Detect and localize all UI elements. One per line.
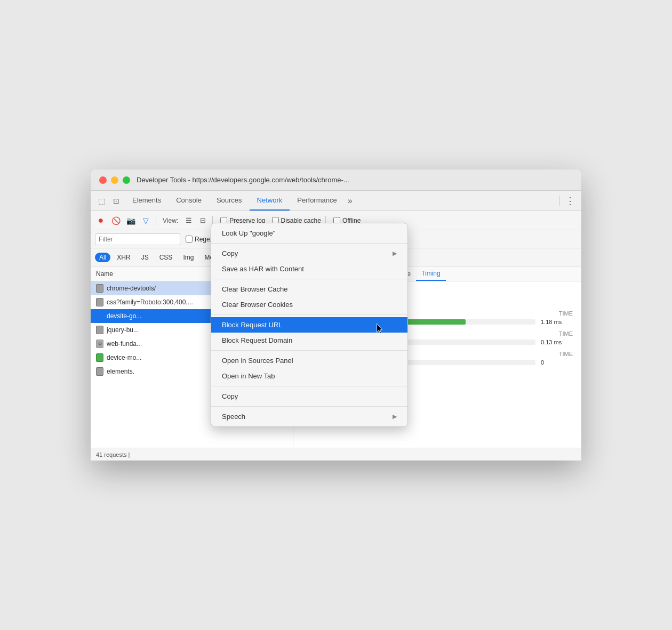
block-url-label: Block Request URL <box>222 321 282 329</box>
copy-label: Copy <box>222 249 238 257</box>
file-name: devsite-go... <box>107 312 141 320</box>
detail-tab-timing[interactable]: Timing <box>416 266 446 281</box>
separator-1 <box>156 216 156 225</box>
open-tab-label: Open in New Tab <box>222 372 275 380</box>
speech-arrow-icon: ▶ <box>393 413 397 420</box>
context-menu-speech[interactable]: Speech ▶ <box>211 409 407 424</box>
type-all-button[interactable]: All <box>95 253 110 262</box>
mobile-icon: ⊡ <box>110 195 123 207</box>
speech-label: Speech <box>222 413 245 421</box>
traffic-lights <box>99 176 130 184</box>
type-js-button[interactable]: JS <box>137 253 153 262</box>
menu-separator-6 <box>211 406 407 407</box>
status-text: 41 requests | <box>96 451 130 458</box>
tabs-list: Elements Console Sources Network Perform… <box>125 191 556 211</box>
file-icon-doc <box>96 326 103 334</box>
file-icon-doc <box>96 284 103 293</box>
context-menu-clear-cache[interactable]: Clear Browser Cache <box>211 281 407 297</box>
record-button[interactable]: ● <box>95 215 107 227</box>
block-domain-label: Block Request Domain <box>222 336 292 344</box>
maximize-button[interactable] <box>123 176 130 184</box>
view-label: View: <box>163 217 178 224</box>
copy-arrow-icon: ▶ <box>393 250 397 257</box>
file-icon-blue <box>96 312 103 320</box>
filter-button[interactable]: ▽ <box>140 215 151 227</box>
tab-elements[interactable]: Elements <box>125 191 169 211</box>
open-sources-label: Open in Sources Panel <box>222 357 293 365</box>
minimize-button[interactable] <box>111 176 118 184</box>
title-bar: Developer Tools - https://developers.goo… <box>91 169 581 191</box>
save-har-label: Save as HAR with Content <box>222 265 304 273</box>
status-bar: 41 requests | <box>91 448 581 461</box>
context-menu-open-tab[interactable]: Open in New Tab <box>211 368 407 384</box>
connection-time-value: 0.13 ms <box>541 339 573 345</box>
tab-performance[interactable]: Performance <box>290 191 344 211</box>
context-menu-clear-cookies[interactable]: Clear Browser Cookies <box>211 297 407 312</box>
menu-separator-1 <box>211 243 407 244</box>
type-xhr-button[interactable]: XHR <box>113 253 134 262</box>
tab-network[interactable]: Network <box>250 191 290 211</box>
menu-separator-3 <box>211 314 407 315</box>
file-name: jquery-bu... <box>107 326 139 334</box>
file-name: chrome-devtools/ <box>107 285 156 292</box>
list-view-button[interactable]: ☰ <box>183 215 194 226</box>
context-menu-open-sources[interactable]: Open in Sources Panel <box>211 353 407 368</box>
file-icon-gear: ⚙ <box>96 340 103 348</box>
camera-button[interactable]: 📷 <box>125 215 137 227</box>
type-img-button[interactable]: Img <box>179 253 198 262</box>
file-icon-img <box>96 353 103 362</box>
type-css-button[interactable]: CSS <box>155 253 177 262</box>
request-time-value: 0 <box>541 359 573 366</box>
context-menu-copy-submenu[interactable]: Copy ▶ <box>211 246 407 261</box>
devtools-window: Developer Tools - https://developers.goo… <box>91 169 581 461</box>
cursor-icon: ⬚ <box>95 195 108 207</box>
tab-console[interactable]: Console <box>169 191 209 211</box>
stop-button[interactable]: 🚫 <box>110 215 122 227</box>
context-menu: Look Up "google" Copy ▶ Save as HAR with… <box>211 223 408 427</box>
scheduling-time-value: 1.18 ms <box>541 319 573 325</box>
regex-option: Regex <box>186 236 213 243</box>
menu-separator-5 <box>211 386 407 386</box>
clear-cookies-label: Clear Browser Cookies <box>222 301 293 309</box>
grouped-view-button[interactable]: ⊟ <box>197 215 208 226</box>
scheduling-time-label: TIME <box>559 310 573 317</box>
file-name: device-mo... <box>107 354 141 361</box>
context-menu-save-har[interactable]: Save as HAR with Content <box>211 261 407 277</box>
file-name: css?family=Roboto:300,400,... <box>107 298 193 306</box>
copy2-label: Copy <box>222 392 238 400</box>
menu-separator-2 <box>211 279 407 279</box>
context-menu-copy[interactable]: Copy <box>211 389 407 404</box>
file-icon-doc <box>96 367 103 376</box>
request-time-label: TIME <box>559 351 573 357</box>
file-name: elements. <box>107 368 134 375</box>
file-icon-doc <box>96 298 103 306</box>
tabs-menu-button[interactable]: ⋮ <box>563 195 577 207</box>
context-menu-block-url[interactable]: Block Request URL <box>211 317 407 333</box>
window-title: Developer Tools - https://developers.goo… <box>137 176 573 184</box>
filter-input[interactable] <box>95 233 180 245</box>
lookup-label: Look Up "google" <box>222 229 275 237</box>
regex-checkbox[interactable] <box>186 236 193 243</box>
file-name: web-funda... <box>107 340 142 348</box>
tab-sources[interactable]: Sources <box>209 191 250 211</box>
tabs-more-button[interactable]: » <box>345 196 356 206</box>
close-button[interactable] <box>99 176 107 184</box>
connection-time-label: TIME <box>559 330 573 337</box>
tabs-separator <box>559 196 560 206</box>
tabs-bar: ⬚ ⊡ Elements Console Sources Network Per… <box>91 191 581 211</box>
clear-cache-label: Clear Browser Cache <box>222 285 288 293</box>
context-menu-block-domain[interactable]: Block Request Domain <box>211 333 407 348</box>
menu-separator-4 <box>211 350 407 351</box>
context-menu-lookup[interactable]: Look Up "google" <box>211 225 407 241</box>
